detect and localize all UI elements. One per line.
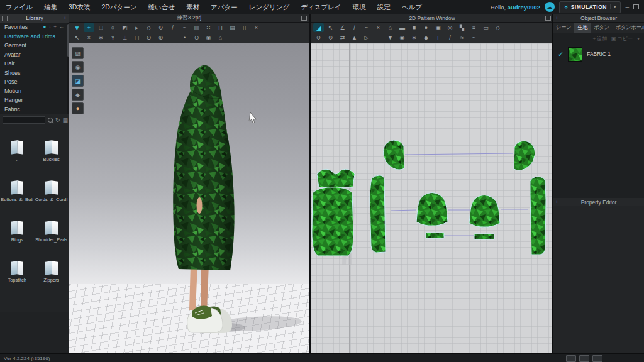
library-category[interactable]: Motion [0,87,69,96]
menu-item[interactable]: レンダリング [243,0,295,14]
detach-window-icon[interactable] [301,16,307,21]
button-icon[interactable]: ⊕ [155,33,166,42]
library-category[interactable]: Hanger [0,96,69,105]
2d-pattern-canvas[interactable] [311,43,553,353]
show-pattern-icon[interactable]: ◪ [72,75,84,87]
library-header[interactable]: Library + [0,14,69,23]
library-dock-icon[interactable] [2,16,8,21]
view-mode-icon[interactable]: ▦ [63,117,69,123]
unfold-pattern-icon[interactable]: ↺ [313,33,324,42]
object-browser-tab[interactable]: 生地 [574,23,591,33]
fabric-list-item[interactable]: ✓ FABRIC 1 [553,46,644,62]
edit-sewing-3d-icon[interactable]: / [167,23,178,32]
home-icon[interactable]: ⌂ [215,33,226,42]
menu-item[interactable]: 編集 [38,0,63,14]
edit-curvature-icon[interactable]: ∠ [337,23,348,32]
merge-icon[interactable]: ▼ [385,33,396,42]
rectangle-icon[interactable]: ▬ [397,23,408,32]
rotate-pattern-icon[interactable]: ▲ [349,33,360,42]
object-browser-tab[interactable]: シーン [553,23,574,33]
perpendicular-tape-icon[interactable]: ⊥ [119,33,130,42]
edit-curve-point-icon[interactable]: / [349,23,360,32]
library-add-icon[interactable]: + [64,15,67,21]
design-fit-icon[interactable]: ▥ [191,23,202,32]
library-folder[interactable]: Cords_&_Cord E [35,181,69,221]
menu-item[interactable]: 環境 [347,0,372,14]
detach-window-icon[interactable] [545,16,551,21]
rect-trace-icon[interactable]: ▭ [480,23,491,32]
sewing-3d-icon[interactable]: ~ [179,23,190,32]
library-category[interactable]: Fabric [0,105,69,114]
select-lasso-icon[interactable]: ○ [108,23,118,32]
library-folder[interactable]: Shoulder_Pads [35,221,69,261]
square-icon[interactable]: ■ [409,23,419,32]
add-point-icon[interactable]: ~ [361,23,372,32]
bind-icon[interactable]: ▯ [239,23,250,32]
attach-tape-icon[interactable]: ∗ [96,33,106,42]
tape-remove-icon[interactable]: × [84,33,94,42]
menu-item[interactable]: 素材 [180,0,205,14]
back-icon[interactable]: ← [59,24,64,30]
menu-item[interactable]: ファイル [0,0,38,14]
add-favorite-icon[interactable]: + [53,24,57,30]
circle-icon[interactable]: ● [421,23,431,32]
diamond-trace-icon[interactable]: ◇ [492,23,503,32]
seam-shape-icon[interactable]: ▚ [457,23,467,32]
ellipse-dart-icon[interactable]: ◎ [445,23,455,32]
arrangement-point-icon[interactable]: ∷ [203,23,214,32]
notch-icon[interactable]: · [480,33,491,42]
show-sewing-icon[interactable]: + [433,33,443,42]
library-folder[interactable]: Rings [0,221,35,261]
layout-single-button[interactable] [566,355,576,362]
menu-item[interactable]: ヘルプ [396,0,428,14]
library-folder[interactable]: Topstitch [0,261,35,302]
3d-viewport[interactable]: ▧◉◪◆● [69,43,309,353]
zipper-2d-icon[interactable]: — [373,33,384,42]
button-2d-icon[interactable]: ◉ [397,33,408,42]
polygon-icon[interactable]: ⌂ [385,23,396,32]
search-icon[interactable] [48,118,53,123]
stitch-brush-icon[interactable]: ⊙ [143,33,154,42]
zipper-icon[interactable]: — [167,33,178,42]
simulate-icon[interactable]: ▼ [72,23,82,32]
flip-pattern-icon[interactable]: ⇄ [337,33,348,42]
simulation-mode-button[interactable]: » SIMULATION ▾ [559,1,621,13]
symmetric-pattern-icon[interactable]: ↻ [325,33,336,42]
select-rectangle-icon[interactable]: □ [96,23,106,32]
object-browser-header[interactable]: + Object Browser [553,14,644,23]
object-browser-dock-icon[interactable]: + [555,15,558,21]
property-editor-dock-icon[interactable]: + [555,199,558,205]
menu-item[interactable]: 3D衣装 [63,0,96,14]
pin-icon[interactable]: ▸ [131,23,142,32]
layer-icon[interactable]: ▷ [361,33,372,42]
hanger-icon[interactable]: ⊓ [215,23,226,32]
library-category[interactable]: Pose [0,77,69,87]
2d-window-titlebar[interactable]: 2D Pattern Window [311,14,553,23]
fabric-strip-icon[interactable]: ◻ [131,33,142,42]
library-category[interactable]: Garment [0,41,69,50]
download-icon[interactable]: ↓ [48,24,51,30]
trace-icon[interactable]: ≡ [469,23,479,32]
layout-3d-button[interactable] [579,355,589,362]
menu-item[interactable]: 設定 [372,0,396,14]
mode-dropdown-caret-icon[interactable]: ▾ [610,4,616,9]
edit-sewing-icon[interactable]: / [445,33,455,42]
show-avatar-head-icon[interactable]: ● [72,102,84,114]
library-folder[interactable]: .. [0,141,35,181]
dot-button-icon[interactable]: • [179,33,190,42]
library-category[interactable]: Shoes [0,69,69,78]
pin-box-icon[interactable]: ◇ [143,23,154,32]
library-category[interactable]: Avatar [0,50,69,60]
window-restore-button[interactable] [633,4,639,9]
object-browser-action[interactable]: +追加 [592,35,607,42]
y-tape-icon[interactable]: Y [108,33,118,42]
segment-sewing-icon[interactable]: ~ [469,33,479,42]
fold-arrangement-icon[interactable]: ↻ [155,23,166,32]
show-garment-icon[interactable]: ▧ [72,47,84,59]
transform-pattern-icon[interactable]: ◢ [313,23,324,32]
buttonhole-2d-icon[interactable]: ∗ [409,33,419,42]
object-browser-action[interactable]: ▣コピー [611,35,633,42]
menu-item[interactable]: 2Dパターン [96,0,142,14]
library-search-input[interactable] [3,116,45,124]
window-minimize-button[interactable]: – [625,4,629,10]
